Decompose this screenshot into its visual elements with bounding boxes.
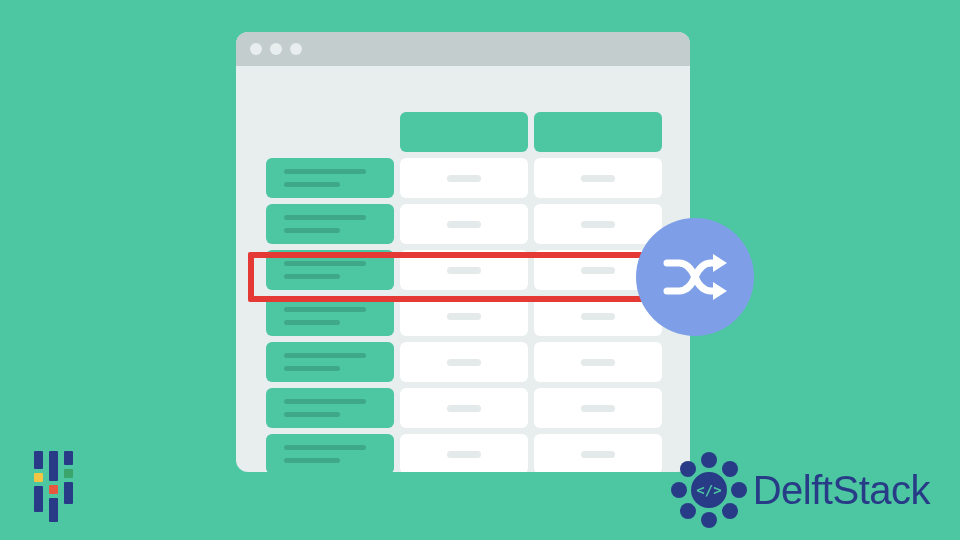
table-row xyxy=(266,296,662,336)
data-cell xyxy=(534,434,662,472)
window-control-dot xyxy=(270,43,282,55)
data-cell xyxy=(400,342,528,382)
data-cell xyxy=(534,342,662,382)
svg-point-4 xyxy=(701,512,717,528)
corner-cell xyxy=(266,112,394,152)
table-row xyxy=(266,342,662,382)
table-row xyxy=(266,434,662,472)
titlebar xyxy=(236,32,690,66)
data-cell xyxy=(400,388,528,428)
row-label xyxy=(266,204,394,244)
table-row xyxy=(266,158,662,198)
data-cell xyxy=(534,388,662,428)
data-cell xyxy=(400,434,528,472)
header-row xyxy=(266,112,662,152)
code-icon: </> xyxy=(696,482,721,498)
row-label xyxy=(266,296,394,336)
window-control-dot xyxy=(290,43,302,55)
row-label xyxy=(266,434,394,472)
window-control-dot xyxy=(250,43,262,55)
data-cell xyxy=(400,296,528,336)
svg-point-6 xyxy=(671,482,687,498)
left-logo-icon xyxy=(34,448,73,522)
shuffle-badge xyxy=(636,218,754,336)
data-cell xyxy=(400,204,528,244)
svg-point-0 xyxy=(701,452,717,468)
brand: </> DelftStack xyxy=(671,452,930,528)
data-cell xyxy=(400,158,528,198)
svg-point-2 xyxy=(731,482,747,498)
data-cell xyxy=(534,204,662,244)
column-header xyxy=(400,112,528,152)
row-label xyxy=(266,342,394,382)
shuffle-icon xyxy=(661,249,729,305)
row-label xyxy=(266,388,394,428)
brand-name: DelftStack xyxy=(753,468,930,513)
table-row xyxy=(266,388,662,428)
brand-badge-icon: </> xyxy=(671,452,747,528)
table-row xyxy=(266,204,662,244)
data-cell xyxy=(534,158,662,198)
column-header xyxy=(534,112,662,152)
row-label xyxy=(266,158,394,198)
